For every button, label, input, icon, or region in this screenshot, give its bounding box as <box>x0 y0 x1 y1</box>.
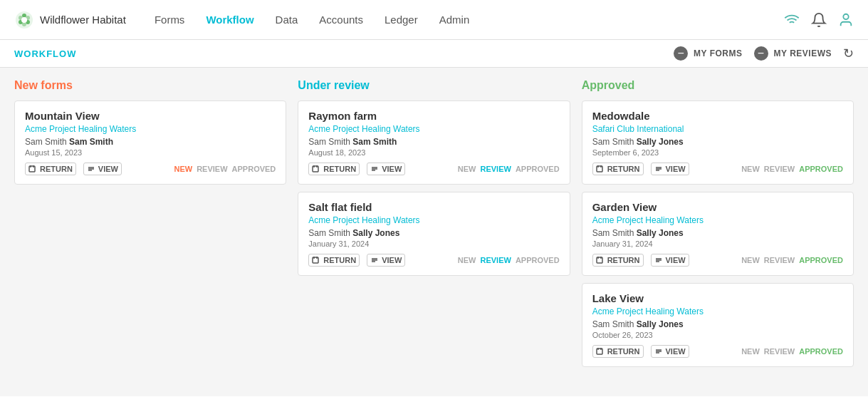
status-new: NEW <box>741 165 760 173</box>
card-project[interactable]: Acme Project Healing Waters <box>592 215 843 225</box>
header-icons <box>784 12 854 28</box>
card-people: Sam Smith Sam Smith <box>25 137 276 147</box>
card-lake-view: Lake View Acme Project Healing Waters Sa… <box>582 283 854 367</box>
nav-ledger[interactable]: Ledger <box>385 14 418 26</box>
view-icon <box>654 347 663 356</box>
card-project[interactable]: Acme Project Healing Waters <box>308 124 559 134</box>
card-date: August 18, 2023 <box>308 148 559 157</box>
card-salt-flat-field: Salt flat field Acme Project Healing Wat… <box>298 192 570 276</box>
column-approved: Approved Medowdale Safari Club Internati… <box>576 79 854 385</box>
svg-rect-16 <box>313 166 318 172</box>
svg-rect-28 <box>597 166 602 172</box>
svg-point-7 <box>21 17 27 23</box>
status-pills: NEW REVIEW APPROVED <box>741 256 843 264</box>
status-pills: NEW REVIEW APPROVED <box>741 165 843 173</box>
header: Wildflower Habitat Forms Workflow Data A… <box>0 0 868 40</box>
return-icon <box>312 256 320 264</box>
view-icon <box>654 256 663 264</box>
card-people: Sam Smith Sally Jones <box>592 228 843 238</box>
return-icon <box>596 256 605 264</box>
status-approved: APPROVED <box>516 165 560 173</box>
view-button[interactable]: VIEW <box>651 345 689 358</box>
card-buttons: RETURN VIEW <box>592 254 689 267</box>
card-actions: RETURN VIEW NEW REVIEW APPROVED <box>308 163 559 175</box>
my-forms-toggle[interactable]: − <box>674 46 688 61</box>
return-icon <box>28 165 37 173</box>
my-reviews-label: MY REVIEWS <box>774 48 832 58</box>
view-button[interactable]: VIEW <box>83 163 122 175</box>
return-button[interactable]: RETURN <box>308 254 360 267</box>
refresh-button[interactable]: ↻ <box>843 46 854 61</box>
return-button[interactable]: RETURN <box>592 345 644 358</box>
status-pills: NEW REVIEW APPROVED <box>174 165 276 173</box>
main-content: New forms Mountain View Acme Project Hea… <box>0 68 868 396</box>
svg-rect-22 <box>313 257 318 263</box>
status-new: NEW <box>458 165 476 173</box>
card-title: Mountain View <box>25 110 276 122</box>
notifications-icon[interactable] <box>811 12 827 28</box>
card-raymon-farm: Raymon farm Acme Project Healing Waters … <box>298 100 570 185</box>
card-buttons: RETURN VIEW <box>592 345 689 358</box>
status-new: NEW <box>741 256 760 264</box>
status-approved: APPROVED <box>232 165 276 173</box>
card-people: Sam Smith Sam Smith <box>308 137 559 147</box>
card-actions: RETURN VIEW NEW REVIEW APPROVED <box>592 163 843 175</box>
card-mountain-view: Mountain View Acme Project Healing Water… <box>14 100 286 185</box>
my-forms-toggle-group: − MY FORMS <box>674 46 742 61</box>
svg-rect-34 <box>597 257 602 263</box>
card-actions: RETURN VIEW NEW REVIEW APPROVED <box>592 345 843 358</box>
nav-admin[interactable]: Admin <box>439 14 470 26</box>
card-buttons: RETURN VIEW <box>25 163 122 175</box>
card-actions: RETURN VIEW NEW REVIEW APPROVED <box>25 163 276 175</box>
view-icon <box>370 256 379 264</box>
return-button[interactable]: RETURN <box>592 163 644 175</box>
status-review: REVIEW <box>481 256 511 264</box>
return-button[interactable]: RETURN <box>308 163 360 175</box>
user-icon[interactable] <box>838 12 854 28</box>
status-new: NEW <box>174 165 193 173</box>
column-header-new: New forms <box>14 79 286 92</box>
wifi-icon[interactable] <box>784 12 800 28</box>
card-project[interactable]: Acme Project Healing Waters <box>592 306 843 316</box>
status-pills: NEW REVIEW APPROVED <box>741 347 843 356</box>
svg-rect-40 <box>597 349 602 354</box>
my-reviews-toggle[interactable]: − <box>754 46 768 61</box>
nav-data[interactable]: Data <box>276 14 298 26</box>
main-nav: Forms Workflow Data Accounts Ledger Admi… <box>155 14 784 26</box>
card-buttons: RETURN VIEW <box>308 254 405 267</box>
card-date: January 31, 2024 <box>592 239 843 248</box>
column-header-approved: Approved <box>582 79 854 92</box>
view-icon <box>654 165 663 173</box>
card-project[interactable]: Acme Project Healing Waters <box>25 124 276 134</box>
status-approved: APPROVED <box>799 165 843 173</box>
status-review: REVIEW <box>764 165 795 173</box>
return-icon <box>596 165 605 173</box>
return-button[interactable]: RETURN <box>25 163 76 175</box>
card-project[interactable]: Acme Project Healing Waters <box>308 215 559 225</box>
nav-accounts[interactable]: Accounts <box>319 14 363 26</box>
card-project[interactable]: Safari Club International <box>592 124 843 134</box>
return-icon <box>596 347 605 356</box>
status-new: NEW <box>741 347 760 356</box>
card-actions: RETURN VIEW NEW REVIEW APPROVED <box>592 254 843 267</box>
nav-workflow[interactable]: Workflow <box>206 14 253 26</box>
view-icon <box>87 165 95 173</box>
card-date: September 6, 2023 <box>592 148 843 157</box>
card-people: Sam Smith Sally Jones <box>592 319 843 329</box>
svg-rect-10 <box>29 166 35 172</box>
card-people: Sam Smith Sally Jones <box>308 228 559 238</box>
column-new: New forms Mountain View Acme Project Hea… <box>14 79 292 385</box>
view-button[interactable]: VIEW <box>651 254 689 267</box>
view-button[interactable]: VIEW <box>367 254 405 267</box>
view-icon <box>370 165 379 173</box>
column-review: Under review Raymon farm Acme Project He… <box>292 79 575 385</box>
workflow-bar: WORKFLOW − MY FORMS − MY REVIEWS ↻ <box>0 40 868 68</box>
logo-text: Wildflower Habitat <box>40 14 126 26</box>
return-button[interactable]: RETURN <box>592 254 644 267</box>
card-title: Raymon farm <box>308 110 559 122</box>
status-new: NEW <box>458 256 476 264</box>
nav-forms[interactable]: Forms <box>155 14 185 26</box>
view-button[interactable]: VIEW <box>651 163 689 175</box>
view-button[interactable]: VIEW <box>367 163 405 175</box>
svg-point-9 <box>843 14 848 19</box>
